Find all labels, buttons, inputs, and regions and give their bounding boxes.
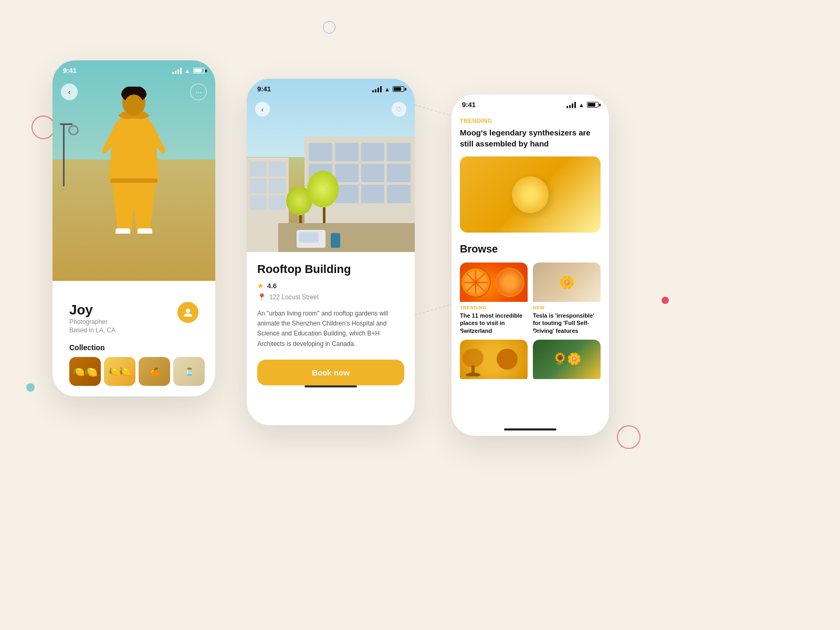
browse-caption-2: Tesla is 'irresponsible' for touting 'Fu…	[533, 312, 601, 334]
phone2-description: An "urban living room" and rooftop garde…	[257, 309, 404, 349]
phone3-hero-image[interactable]	[460, 156, 601, 233]
phone1-more-button[interactable]: ···	[190, 83, 207, 100]
browse-thumb-2: 🌼	[533, 262, 601, 302]
browse-caption-1: The 11 most incredible places to visit i…	[460, 312, 528, 334]
user-icon	[183, 307, 193, 318]
phone1-title: Photographer	[69, 318, 116, 326]
phone2-address-text: 122 Locust Street	[269, 293, 319, 301]
phone2-content: Rooftop Building ★ 4.6 📍 122 Locust Stre…	[247, 252, 415, 349]
phone1-card-header: Joy Photographer Based in LA, CA	[69, 302, 198, 341]
phone3-time: 9:41	[462, 101, 476, 109]
phone2-home-indicator	[304, 385, 357, 387]
wifi-icon-3: ▲	[579, 102, 584, 108]
phone1-name: Joy	[69, 302, 116, 318]
battery-icon	[193, 68, 205, 74]
phone3-status-bar: 9:41 ▲	[452, 94, 609, 112]
phone3-home-indicator	[504, 428, 556, 430]
browse-thumb-3	[460, 340, 528, 379]
svg-point-7	[124, 94, 143, 116]
collection-thumb-3[interactable]: 🍊	[139, 357, 170, 386]
flower-icon: 🌼	[533, 262, 601, 302]
phone3-browse-grid: TRENDING The 11 most incredible places t…	[460, 262, 601, 382]
phone1-profile-card: Joy Photographer Based in LA, CA Collect…	[59, 291, 209, 396]
phone2-heart-button[interactable]: ♡	[392, 102, 406, 117]
phone2-status-icons: ▲	[372, 86, 404, 92]
phone2-back-button[interactable]: ‹	[255, 102, 270, 117]
battery-icon-3	[587, 102, 598, 108]
phone1-avatar[interactable]	[177, 302, 198, 323]
phone2-venue-title: Rooftop Building	[257, 262, 404, 276]
svg-point-16	[463, 349, 484, 368]
phone1-status-bar: 9:41 ▲	[52, 60, 215, 78]
signal-bars-3	[566, 102, 576, 108]
star-icon: ★	[257, 281, 264, 290]
phone3-headline: Moog's legendary synthesizers are still …	[460, 127, 601, 149]
person-silhouette	[102, 87, 165, 234]
collection-thumb-2[interactable]: 🍋	[104, 357, 135, 386]
phone1-status-icons: ▲	[172, 67, 205, 75]
phone3-trending-label: TRENDING	[460, 118, 601, 124]
wifi-icon-2: ▲	[384, 86, 390, 92]
collection-thumb-1[interactable]: 🍋	[69, 357, 101, 386]
van	[297, 230, 326, 248]
deco-circle-3	[662, 297, 669, 304]
phone3-status-icons: ▲	[566, 102, 598, 108]
pin-icon: 📍	[257, 293, 266, 301]
phone3-browse-title: Browse	[460, 243, 601, 255]
browse-item-4[interactable]: 🌻	[533, 340, 601, 382]
phone1-profile-info: Joy Photographer Based in LA, CA	[69, 302, 116, 341]
browse-tag-2: NEW	[533, 305, 601, 310]
phone3: 9:41 ▲ TRENDING Moog's legendary synthes…	[452, 94, 609, 436]
phone2-time: 9:41	[257, 85, 271, 93]
tree-2	[310, 171, 339, 226]
signal-bars-2	[372, 86, 382, 92]
lamp-icon	[460, 342, 486, 376]
deco-circle-5	[323, 21, 335, 34]
phone1-time: 9:41	[63, 67, 77, 75]
browse-item-3[interactable]	[460, 340, 528, 382]
svg-rect-6	[138, 228, 152, 234]
phone2-rating-value: 4.6	[267, 282, 277, 290]
collection-thumb-4[interactable]: 🫙	[173, 357, 205, 386]
phone1-location: Based in LA, CA	[69, 327, 116, 334]
phone1: 9:41 ▲ ‹ ··· Joy Photograp	[52, 60, 215, 396]
browse-item-1[interactable]: TRENDING The 11 most incredible places t…	[460, 262, 528, 334]
phone3-content: TRENDING Moog's legendary synthesizers a…	[452, 94, 609, 436]
phone1-back-button[interactable]: ‹	[61, 83, 78, 100]
browse-item-2[interactable]: 🌼 NEW Tesla is 'irresponsible' for touti…	[533, 262, 601, 334]
svg-rect-4	[110, 178, 158, 183]
svg-line-0	[415, 105, 452, 116]
deco-circle-4	[617, 425, 640, 449]
trash-can	[331, 233, 340, 248]
svg-rect-5	[116, 228, 130, 234]
phone2-address-row: 📍 122 Locust Street	[257, 293, 404, 301]
orange-slice-icon	[460, 267, 491, 298]
deco-circle-2	[26, 383, 35, 392]
battery-icon-2	[393, 86, 404, 92]
phone2-book-button[interactable]: Book now	[257, 360, 404, 385]
phone2-hero: 9:41 ▲ ‹ ♡	[247, 79, 415, 252]
phone1-hero: 9:41 ▲ ‹ ···	[52, 60, 215, 281]
browse-thumb-1	[460, 262, 528, 302]
signal-bars	[172, 68, 182, 74]
lemon-blob	[512, 176, 549, 213]
phone2-status-bar: 9:41 ▲	[247, 79, 415, 96]
phone2-rating: ★ 4.6	[257, 281, 404, 290]
phone2-hero-bg	[247, 79, 415, 252]
phone1-collection-label: Collection	[69, 343, 198, 352]
phone2: 9:41 ▲ ‹ ♡ Rooftop Building ★ 4.6	[247, 79, 415, 425]
svg-point-18	[466, 373, 480, 376]
svg-point-8	[186, 309, 190, 313]
deco-circle-1	[32, 116, 55, 139]
wifi-icon: ▲	[184, 67, 191, 75]
svg-line-1	[415, 304, 452, 315]
browse-thumb-4: 🌻	[533, 340, 601, 379]
browse-tag-1: TRENDING	[460, 305, 528, 310]
phone1-collection: 🍋 🍋 🍊 🫙	[69, 357, 198, 386]
